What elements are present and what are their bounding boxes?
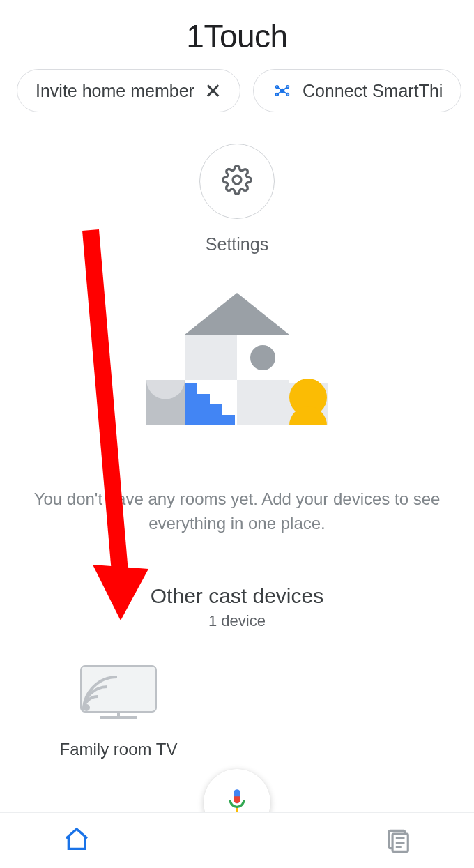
bottom-nav: [0, 812, 474, 868]
gear-icon: [222, 165, 252, 198]
svg-point-13: [250, 345, 275, 370]
divider: [13, 563, 461, 563]
invite-home-member-chip[interactable]: Invite home member ✕: [17, 69, 240, 112]
device-label: Family room TV: [49, 740, 188, 759]
other-devices-title: Other cast devices: [0, 584, 474, 608]
empty-rooms-text: You don't have any rooms yet. Add your d…: [21, 487, 453, 536]
svg-rect-20: [117, 712, 120, 717]
nav-home-button[interactable]: [63, 825, 91, 856]
smartthings-icon: [272, 80, 293, 101]
feed-icon: [385, 843, 411, 855]
other-devices-count: 1 device: [0, 612, 474, 630]
nav-feed-button[interactable]: [385, 826, 411, 855]
cast-tv-icon: [77, 715, 160, 726]
svg-point-21: [83, 704, 90, 711]
settings-label: Settings: [0, 234, 474, 254]
svg-rect-24: [236, 808, 238, 812]
svg-marker-10: [185, 293, 289, 335]
empty-home-illustration: [0, 293, 474, 456]
close-icon[interactable]: ✕: [204, 79, 222, 103]
cast-device-tile[interactable]: Family room TV: [49, 662, 188, 759]
settings-button[interactable]: [199, 144, 275, 219]
suggestion-chips: Invite home member ✕ Connect SmartThi: [0, 69, 474, 112]
svg-point-9: [233, 176, 241, 184]
chip-label: Connect SmartThi: [303, 81, 443, 101]
page-title: 1Touch: [0, 17, 474, 55]
connect-smartthings-chip[interactable]: Connect SmartThi: [253, 69, 461, 112]
chip-label: Invite home member: [36, 81, 194, 101]
home-icon: [63, 844, 91, 855]
